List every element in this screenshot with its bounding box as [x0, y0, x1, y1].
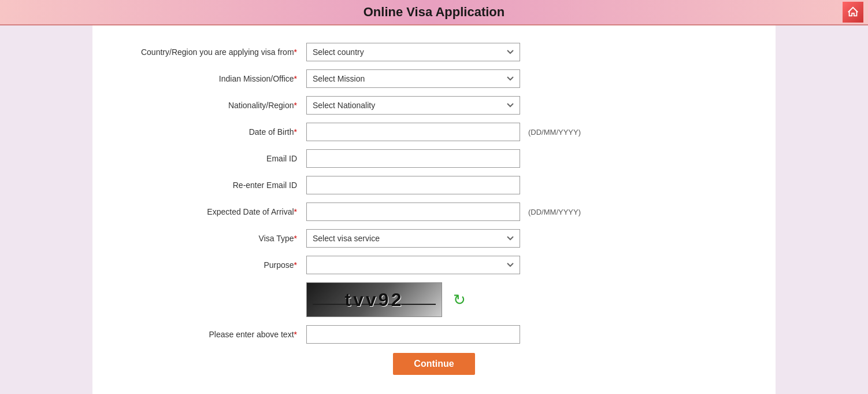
captcha-image: tvv92 — [306, 282, 442, 317]
label-dob: Date of Birth* — [110, 127, 306, 137]
label-arrival: Expected Date of Arrival* — [110, 207, 306, 217]
required-star-mission: * — [294, 74, 297, 83]
select-mission[interactable]: Select Mission — [306, 69, 520, 88]
select-country[interactable]: Select country — [306, 43, 520, 61]
form-container: Country/Region you are applying visa fro… — [92, 37, 776, 381]
label-mission: Indian Mission/Office* — [110, 73, 306, 84]
form-row-mission: Indian Mission/Office* Select Mission — [110, 69, 758, 88]
input-reemail[interactable] — [306, 176, 520, 194]
label-country: Country/Region you are applying visa fro… — [110, 47, 306, 57]
header-bar: Online Visa Application — [0, 0, 868, 25]
field-purpose — [306, 256, 520, 274]
form-row-arrival: Expected Date of Arrival* (DD/MM/YYYY) — [110, 202, 758, 221]
input-dob[interactable] — [306, 123, 520, 141]
field-mission: Select Mission — [306, 69, 520, 88]
form-row-dob: Date of Birth* (DD/MM/YYYY) — [110, 123, 758, 141]
input-arrival[interactable] — [306, 202, 520, 221]
label-purpose: Purpose* — [110, 260, 306, 270]
continue-row: Continue — [110, 353, 758, 375]
label-reemail: Re-enter Email ID — [110, 180, 306, 190]
label-captcha-input: Please enter above text* — [110, 329, 306, 340]
label-email: Email ID — [110, 153, 306, 164]
refresh-captcha-icon[interactable]: ↻ — [449, 289, 470, 310]
required-star-visatype: * — [294, 234, 297, 243]
form-row-captcha-input: Please enter above text* — [110, 325, 758, 344]
label-visatype: Visa Type* — [110, 233, 306, 244]
continue-button[interactable]: Continue — [393, 353, 474, 375]
captcha-row: tvv92 ↻ — [110, 282, 758, 317]
form-row-purpose: Purpose* — [110, 256, 758, 274]
field-arrival — [306, 202, 520, 221]
hint-arrival: (DD/MM/YYYY) — [528, 208, 581, 216]
required-star-captcha: * — [294, 330, 297, 339]
required-star-purpose: * — [294, 260, 297, 270]
required-star-nationality: * — [294, 101, 297, 110]
required-star-arrival: * — [294, 207, 297, 216]
field-email — [306, 149, 520, 168]
field-visatype: Select visa service — [306, 229, 520, 248]
form-row-reemail: Re-enter Email ID — [110, 176, 758, 194]
input-email[interactable] — [306, 149, 520, 168]
hint-dob: (DD/MM/YYYY) — [528, 128, 581, 137]
form-row-visatype: Visa Type* Select visa service — [110, 229, 758, 248]
required-star-country: * — [294, 47, 297, 57]
captcha-area: tvv92 ↻ — [306, 282, 470, 317]
main-content: Country/Region you are applying visa fro… — [92, 25, 776, 394]
select-visatype[interactable]: Select visa service — [306, 229, 520, 248]
field-reemail — [306, 176, 520, 194]
field-captcha-input — [306, 325, 520, 344]
form-row-country: Country/Region you are applying visa fro… — [110, 43, 758, 61]
select-nationality[interactable]: Select Nationality — [306, 96, 520, 115]
input-captcha[interactable] — [306, 325, 520, 344]
select-purpose[interactable] — [306, 256, 520, 274]
required-star-dob: * — [294, 127, 297, 137]
header-title: Online Visa Application — [363, 5, 505, 19]
form-row-nationality: Nationality/Region* Select Nationality — [110, 96, 758, 115]
label-nationality: Nationality/Region* — [110, 100, 306, 111]
captcha-text-display: tvv92 — [345, 289, 404, 311]
field-dob — [306, 123, 520, 141]
field-country: Select country — [306, 43, 520, 61]
home-icon[interactable] — [843, 2, 863, 23]
page-wrapper: Online Visa Application Country/Region y… — [0, 0, 868, 394]
form-row-email: Email ID — [110, 149, 758, 168]
field-nationality: Select Nationality — [306, 96, 520, 115]
